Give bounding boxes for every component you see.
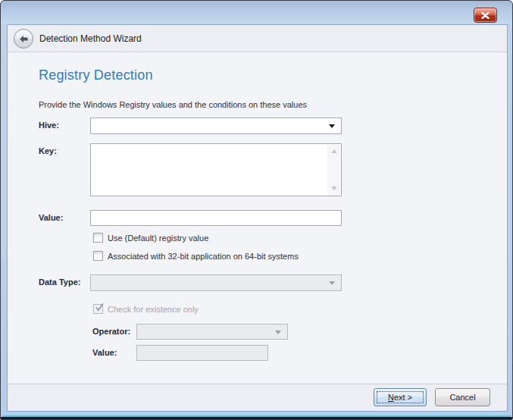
cancel-button-label: Cancel — [449, 393, 475, 402]
scroll-down-icon — [331, 186, 337, 190]
assoc-32bit-checkbox-row[interactable]: Associated with 32-bit application on 64… — [93, 251, 299, 261]
existence-only-checkbox-row: Check for existence only — [93, 304, 199, 314]
operator-label: Operator: — [92, 327, 130, 336]
data-type-combobox — [90, 274, 342, 291]
next-button-mnemonic: N — [388, 393, 394, 402]
close-icon — [481, 12, 490, 19]
hive-label: Hive: — [39, 121, 59, 130]
wizard-window: Detection Method Wizard Registry Detecti… — [0, 0, 513, 420]
key-textarea[interactable] — [90, 143, 342, 196]
dialog-client-area: Detection Method Wizard Registry Detecti… — [8, 25, 507, 411]
hive-dropdown-arrow-icon — [329, 124, 335, 128]
value2-label: Value: — [92, 348, 117, 357]
use-default-checkbox[interactable] — [93, 233, 103, 243]
existence-only-checkbox-label: Check for existence only — [108, 305, 199, 314]
existence-only-checkbox — [93, 304, 103, 314]
wizard-title: Detection Method Wizard — [39, 25, 142, 52]
page-title: Registry Detection — [39, 67, 153, 83]
wizard-footer — [8, 384, 507, 411]
data-type-dropdown-arrow-icon — [329, 281, 335, 285]
checkmark-icon — [95, 302, 105, 312]
cancel-button[interactable]: Cancel — [435, 388, 490, 406]
use-default-checkbox-row[interactable]: Use (Default) registry value — [93, 233, 208, 243]
assoc-32bit-checkbox[interactable] — [93, 251, 103, 261]
next-button[interactable]: Next > — [374, 388, 427, 406]
data-type-label: Data Type: — [39, 277, 80, 287]
key-scrollbar — [327, 145, 340, 195]
hive-combobox[interactable] — [90, 118, 342, 134]
key-label: Key: — [39, 146, 57, 155]
value-label: Value: — [39, 213, 63, 222]
use-default-checkbox-label: Use (Default) registry value — [108, 234, 208, 243]
operator-dropdown-arrow-icon — [275, 331, 281, 334]
value2-input — [136, 345, 268, 361]
back-button[interactable] — [14, 29, 33, 49]
page-description: Provide the Windows Registry values and … — [39, 100, 307, 109]
frame-bottom-edge — [1, 417, 512, 419]
next-button-label: ext > — [394, 393, 412, 402]
back-arrow-icon — [18, 33, 30, 45]
operator-combobox — [136, 324, 288, 340]
value-input[interactable] — [90, 210, 342, 226]
scroll-up-icon — [331, 149, 337, 153]
assoc-32bit-checkbox-label: Associated with 32-bit application on 64… — [108, 252, 299, 261]
close-button[interactable] — [474, 8, 497, 23]
